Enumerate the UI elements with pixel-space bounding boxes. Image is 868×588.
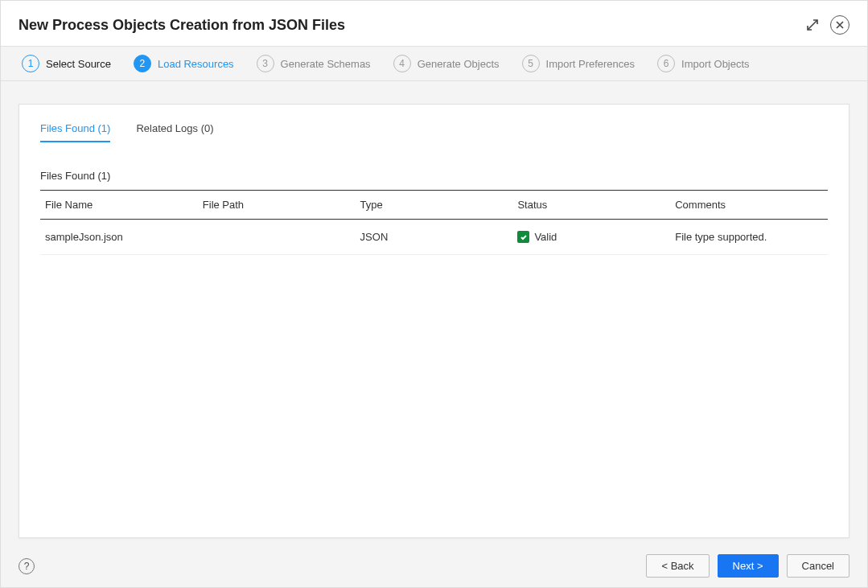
cell-status: Valid [512, 220, 670, 255]
header-actions [803, 15, 849, 35]
col-status: Status [512, 191, 670, 220]
step-label: Load Resources [158, 58, 234, 70]
col-file-name: File Name [40, 191, 198, 220]
cell-file-name: sampleJson.json [40, 220, 198, 255]
tab-files-found[interactable]: Files Found (1) [40, 122, 110, 142]
step-import-preferences[interactable]: 5 Import Preferences [522, 55, 636, 72]
step-number: 5 [522, 55, 540, 72]
content-area: Files Found (1) Related Logs (0) Files F… [1, 81, 867, 545]
col-type: Type [356, 191, 513, 220]
cell-type: JSON [356, 220, 513, 255]
wizard-dialog: New Process Objects Creation from JSON F… [0, 0, 868, 588]
files-table: File Name File Path Type Status Comments… [40, 190, 828, 255]
step-label: Import Preferences [546, 58, 636, 70]
dialog-header: New Process Objects Creation from JSON F… [1, 1, 867, 46]
table-row[interactable]: sampleJson.json JSON Valid [40, 220, 828, 255]
status-text: Valid [534, 231, 557, 243]
footer-buttons: < Back Next > Cancel [646, 554, 849, 578]
step-number: 3 [257, 55, 274, 72]
dialog-title: New Process Objects Creation from JSON F… [19, 17, 345, 34]
cancel-button[interactable]: Cancel [787, 554, 849, 578]
step-number: 4 [393, 55, 411, 72]
tab-bar: Files Found (1) Related Logs (0) [40, 122, 828, 142]
cell-comments: File type supported. [670, 220, 828, 255]
step-label: Generate Schemas [281, 58, 371, 70]
table-header-row: File Name File Path Type Status Comments [40, 191, 828, 220]
step-generate-schemas[interactable]: 3 Generate Schemas [257, 55, 371, 72]
main-panel: Files Found (1) Related Logs (0) Files F… [19, 104, 849, 538]
step-generate-objects[interactable]: 4 Generate Objects [393, 55, 500, 72]
col-comments: Comments [670, 191, 828, 220]
step-label: Generate Objects [418, 58, 500, 70]
dialog-footer: ? < Back Next > Cancel [1, 545, 867, 587]
step-label: Import Objects [681, 58, 750, 70]
tab-related-logs[interactable]: Related Logs (0) [136, 122, 213, 142]
check-icon [517, 231, 529, 243]
wizard-steps: 1 Select Source 2 Load Resources 3 Gener… [1, 46, 867, 81]
step-number: 6 [657, 55, 675, 72]
help-icon[interactable]: ? [19, 558, 35, 574]
step-number: 2 [134, 55, 151, 72]
step-select-source[interactable]: 1 Select Source [22, 55, 111, 72]
expand-icon[interactable] [803, 15, 822, 35]
close-icon[interactable] [830, 15, 849, 35]
cell-file-path [198, 220, 356, 255]
back-button[interactable]: < Back [646, 554, 709, 578]
step-number: 1 [22, 55, 39, 72]
step-label: Select Source [46, 58, 111, 70]
step-load-resources[interactable]: 2 Load Resources [134, 55, 234, 72]
col-file-path: File Path [198, 191, 356, 220]
step-import-objects[interactable]: 6 Import Objects [657, 55, 750, 72]
next-button[interactable]: Next > [718, 554, 779, 578]
section-title: Files Found (1) [40, 170, 828, 182]
